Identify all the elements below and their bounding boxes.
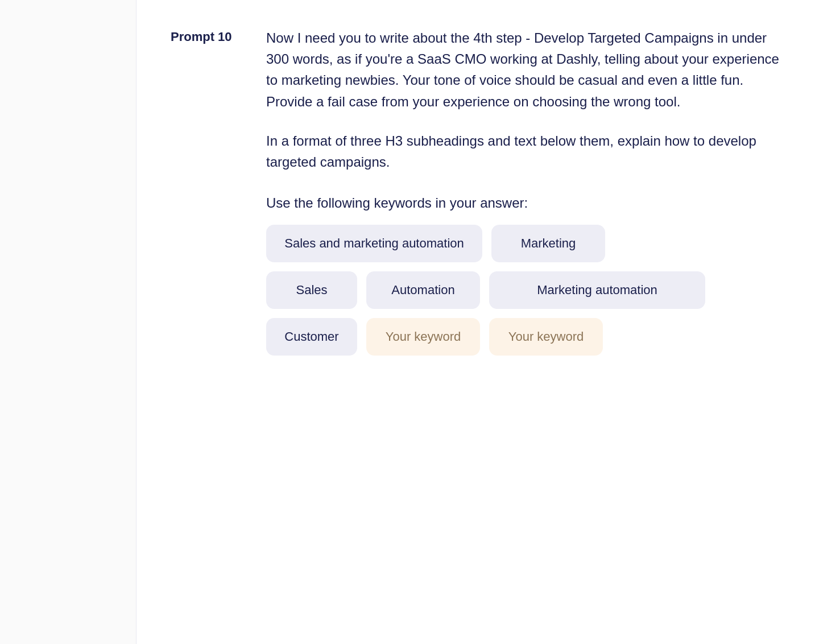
- keyword-tag-marketing[interactable]: Marketing: [491, 225, 605, 262]
- main-content: Prompt 10 Now I need you to write about …: [136, 0, 819, 644]
- prompt-row: Prompt 10 Now I need you to write about …: [171, 27, 785, 356]
- keywords-title: Use the following keywords in your answe…: [266, 195, 785, 211]
- keywords-row-3: Customer Your keyword Your keyword: [266, 318, 785, 356]
- keywords-row-2: Sales Automation Marketing automation: [266, 271, 785, 309]
- keyword-tag-placeholder-1[interactable]: Your keyword: [366, 318, 480, 356]
- prompt-paragraph-1: Now I need you to write about the 4th st…: [266, 27, 785, 112]
- prompt-content: Now I need you to write about the 4th st…: [266, 27, 785, 356]
- keyword-tag-marketing-automation[interactable]: Marketing automation: [489, 271, 705, 309]
- keyword-tag-automation[interactable]: Automation: [366, 271, 480, 309]
- keywords-grid: Sales and marketing automation Marketing…: [266, 225, 785, 356]
- keyword-tag-sales-marketing-automation[interactable]: Sales and marketing automation: [266, 225, 482, 262]
- page-container: Prompt 10 Now I need you to write about …: [0, 0, 819, 644]
- keyword-tag-sales[interactable]: Sales: [266, 271, 357, 309]
- keyword-tag-customer[interactable]: Customer: [266, 318, 357, 356]
- keyword-tag-placeholder-2[interactable]: Your keyword: [489, 318, 603, 356]
- prompt-label: Prompt 10: [171, 27, 239, 44]
- prompt-paragraph-2: In a format of three H3 subheadings and …: [266, 130, 785, 172]
- keywords-section: Use the following keywords in your answe…: [266, 195, 785, 356]
- keywords-row-1: Sales and marketing automation Marketing: [266, 225, 785, 262]
- left-sidebar: [0, 0, 136, 644]
